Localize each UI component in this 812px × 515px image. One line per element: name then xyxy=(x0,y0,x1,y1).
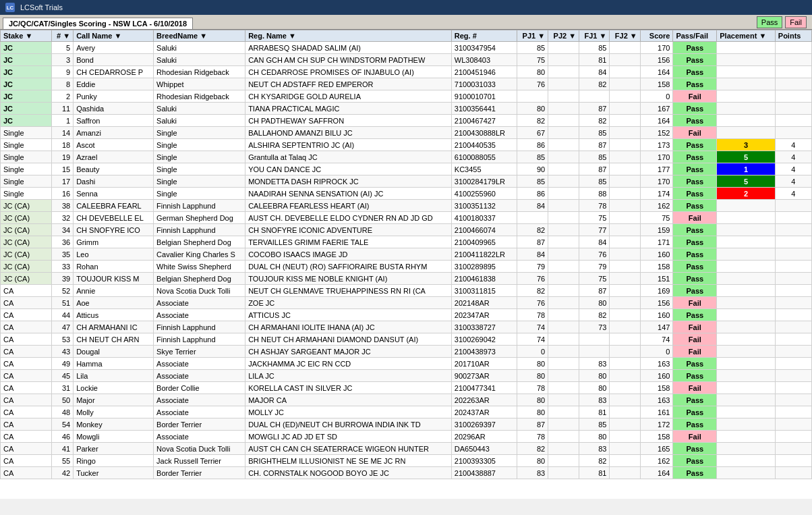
cell-breed: Border Terrier xyxy=(154,467,245,479)
cell-points: 4 xyxy=(775,175,811,188)
cell-pj1: 78 xyxy=(517,431,548,443)
cell-score: 162 xyxy=(640,455,673,467)
cell-points xyxy=(775,212,811,224)
cell-callname: Leo xyxy=(74,248,154,261)
cell-stake: Single xyxy=(1,127,52,139)
col-header-fj1[interactable]: FJ1 ▼ xyxy=(579,30,610,42)
cell-fj1: 87 xyxy=(579,285,610,297)
cell-fj2 xyxy=(610,333,640,346)
col-header-pj2[interactable]: PJ2 ▼ xyxy=(548,30,579,42)
cell-pj2 xyxy=(548,248,579,261)
cell-regnum: 3100284179LR xyxy=(451,175,517,188)
col-header-placement[interactable]: Placement ▼ xyxy=(717,30,776,42)
cell-breed: Single xyxy=(154,188,245,200)
cell-placement xyxy=(717,248,776,261)
cell-regnum: 900273AR xyxy=(451,370,517,382)
col-header-num[interactable]: # ▼ xyxy=(51,30,73,42)
cell-passfail: Pass xyxy=(673,163,717,175)
cell-regnum: 202263AR xyxy=(451,394,517,406)
table-row: JC11QashidaSalukiTIANA PRACTICAL MAGIC31… xyxy=(1,103,812,115)
col-header-breed[interactable]: BreedName ▼ xyxy=(154,30,245,42)
cell-stake: CA xyxy=(1,297,52,309)
cell-passfail: Pass xyxy=(673,418,717,431)
cell-fj2 xyxy=(610,467,640,479)
cell-callname: CH NEUT CH ARN xyxy=(74,333,154,346)
cell-callname: Bond xyxy=(74,54,154,66)
cell-callname: Molly xyxy=(74,406,154,418)
cell-num: 3 xyxy=(51,54,73,66)
cell-regname: JACKHAMMA JC EIC RN CCD xyxy=(245,358,452,370)
cell-num: 42 xyxy=(51,467,73,479)
cell-breed: Border Terrier xyxy=(154,418,245,431)
cell-regname: CH ARMAHANI IOLITE IHANA (AI) JC xyxy=(245,321,452,333)
col-header-regnum[interactable]: Reg. # xyxy=(451,30,517,42)
cell-fj2 xyxy=(610,151,640,163)
cell-regname: ATTICUS JC xyxy=(245,309,452,321)
cell-stake: JC (CA) xyxy=(1,248,52,261)
cell-regname: CH ASHJAY SARGEANT MAJOR JC xyxy=(245,346,452,358)
cell-score: 172 xyxy=(640,418,673,431)
cell-passfail: Pass xyxy=(673,285,717,297)
table-row: CA54MonkeyBorder TerrierDUAL CH (ED)/NEU… xyxy=(1,418,812,431)
cell-placement xyxy=(717,285,776,297)
cell-passfail: Pass xyxy=(673,224,717,236)
cell-callname: Senna xyxy=(74,188,154,200)
cell-placement xyxy=(717,273,776,285)
cell-num: 35 xyxy=(51,248,73,261)
cell-regnum: 3100351132 xyxy=(451,200,517,212)
cell-callname: Aoe xyxy=(74,297,154,309)
cell-breed: Associate xyxy=(154,394,245,406)
cell-pj2 xyxy=(548,54,579,66)
cell-pj1: 84 xyxy=(517,248,548,261)
cell-num: 5 xyxy=(51,42,73,54)
cell-score: 164 xyxy=(640,115,673,127)
cell-callname: Punky xyxy=(74,90,154,103)
cell-passfail: Pass xyxy=(673,248,717,261)
cell-placement xyxy=(717,333,776,346)
cell-regnum: 2100438973 xyxy=(451,346,517,358)
col-header-pj1[interactable]: PJ1 ▼ xyxy=(517,30,548,42)
cell-placement xyxy=(717,200,776,212)
cell-breed: Border Collie xyxy=(154,382,245,394)
col-header-regname[interactable]: Reg. Name ▼ xyxy=(245,30,452,42)
cell-passfail: Pass xyxy=(673,443,717,455)
col-header-fj2[interactable]: FJ2 ▼ xyxy=(610,30,640,42)
cell-regnum: 2100393305 xyxy=(451,455,517,467)
cell-pj2 xyxy=(548,431,579,443)
cell-fj1: 80 xyxy=(579,370,610,382)
cell-score: 164 xyxy=(640,66,673,78)
col-header-points[interactable]: Points xyxy=(775,30,811,42)
cell-points xyxy=(775,382,811,394)
cell-callname: Annie xyxy=(74,285,154,297)
cell-num: 14 xyxy=(51,127,73,139)
cell-stake: CA xyxy=(1,431,52,443)
cell-pj1: 78 xyxy=(517,309,548,321)
cell-fj2 xyxy=(610,297,640,309)
fail-badge: Fail xyxy=(785,16,807,28)
cell-fj1: 80 xyxy=(579,431,610,443)
col-header-score[interactable]: Score xyxy=(640,30,673,42)
cell-fj1: 76 xyxy=(579,248,610,261)
main-tab[interactable]: JC/QC/CAT/Singles Scoring - NSW LCA - 6/… xyxy=(3,18,193,29)
cell-pj2 xyxy=(548,127,579,139)
cell-placement xyxy=(717,346,776,358)
cell-stake: CA xyxy=(1,321,52,333)
cell-breed: Saluki xyxy=(154,42,245,54)
col-header-passfail[interactable]: Pass/Fail xyxy=(673,30,717,42)
cell-breed: Saluki xyxy=(154,54,245,66)
cell-passfail: Pass xyxy=(673,188,717,200)
cell-num: 39 xyxy=(51,273,73,285)
cell-stake: JC (CA) xyxy=(1,261,52,273)
cell-breed: Rhodesian Ridgeback xyxy=(154,90,245,103)
cell-fj1: 83 xyxy=(579,443,610,455)
cell-fj2 xyxy=(610,321,640,333)
col-header-stake[interactable]: Stake ▼ xyxy=(1,30,52,42)
cell-regnum: KC3455 xyxy=(451,163,517,175)
tab-bar: JC/QC/CAT/Singles Scoring - NSW LCA - 6/… xyxy=(0,15,812,30)
cell-points: 4 xyxy=(775,188,811,200)
cell-points xyxy=(775,127,811,139)
cell-points xyxy=(775,115,811,127)
col-header-callname[interactable]: Call Name ▼ xyxy=(74,30,154,42)
cell-points: 4 xyxy=(775,151,811,163)
cell-pj1 xyxy=(517,90,548,103)
